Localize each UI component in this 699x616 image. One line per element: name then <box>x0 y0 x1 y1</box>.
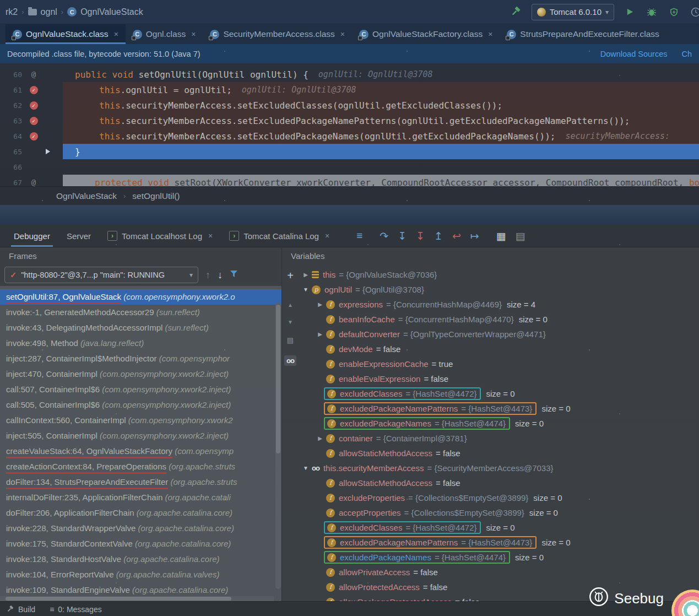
download-sources-link[interactable]: Download Sources <box>600 50 668 58</box>
stack-frame[interactable]: doFilter:206, ApplicationFilterChain (or… <box>0 505 281 521</box>
breadcrumb-class[interactable]: OgnlValueStack <box>56 191 117 201</box>
stack-frame[interactable]: invoke:43, DelegatingMethodAccessorImpl … <box>0 320 281 336</box>
step-out-icon[interactable]: ↥ <box>434 230 443 242</box>
scroll-down-icon[interactable]: ▼ <box>288 319 293 325</box>
close-icon[interactable]: × <box>208 231 213 240</box>
show-watches-icon[interactable]: oo <box>284 355 296 366</box>
expander-icon[interactable]: ▶ <box>315 331 325 337</box>
variable-row[interactable]: fallowStaticMethodAccess= false <box>299 475 699 490</box>
stack-frame[interactable]: invoke:-1, GeneratedMethodAccessor29 (su… <box>0 305 281 320</box>
stack-frame[interactable]: internalDoFilter:235, ApplicationFilterC… <box>0 490 281 505</box>
variable-row[interactable]: fexcludedClasses= {HashSet@4472}size = 0 <box>299 520 699 535</box>
code-editor[interactable]: 60@public void setOgnlUtil(OgnlUtil ognl… <box>0 63 699 186</box>
breakpoint-icon[interactable]: ✓ <box>25 86 42 94</box>
breakpoint-icon[interactable]: ✓ <box>25 101 42 110</box>
thread-selector[interactable]: ✓ "http-8080-2"@3,7...p "main": RUNNING … <box>4 267 198 283</box>
breadcrumb-item-ognl[interactable]: ognl <box>41 7 57 17</box>
debug-tab-tomcat-catalina-log[interactable]: ›Tomcat Catalina Log× <box>221 225 338 247</box>
stack-frame[interactable]: inject:505, ContainerImpl (com.opensymph… <box>0 428 281 444</box>
expander-icon[interactable]: ▼ <box>301 465 311 471</box>
variable-row[interactable]: fexcludedPackageNamePatterns= {HashSet@4… <box>299 535 699 550</box>
variable-row[interactable]: ▼oothis.securityMemberAccess= {SecurityM… <box>299 461 699 475</box>
variable-row[interactable]: ▼pognlUtil= {OgnlUtil@3708} <box>299 282 699 297</box>
editor-gutter[interactable]: 63✓ <box>0 113 63 128</box>
variable-row[interactable]: fexcludedPackageNames= {HashSet@4474}siz… <box>299 550 699 565</box>
editor-gutter[interactable]: 66 <box>0 159 63 175</box>
run-configuration-select[interactable]: Tomcat 6.0.10 ▾ <box>532 4 614 20</box>
variable-row[interactable]: ▶fdefaultConverter= {OgnlTypeConverterWr… <box>299 327 699 342</box>
step-over-icon[interactable]: ↷ <box>380 230 388 242</box>
stack-frame[interactable]: invoke:109, StandardEngineValve (org.apa… <box>0 582 281 598</box>
variable-row[interactable]: fbeanInfoCache= {ConcurrentHashMap@4470}… <box>299 312 699 327</box>
force-step-into-icon[interactable]: ↧ <box>416 230 425 242</box>
close-icon[interactable]: × <box>325 231 329 240</box>
expander-icon[interactable]: ▶ <box>315 435 325 441</box>
variable-row[interactable]: fallowStaticMethodAccess= false <box>299 446 699 461</box>
variable-row[interactable]: ▶fexpressions= {ConcurrentHashMap@4469}s… <box>299 297 699 312</box>
editor-gutter[interactable]: 65 <box>0 144 63 159</box>
variable-row[interactable]: fenableEvalExpression= false <box>299 371 699 386</box>
editor-tab[interactable]: COgnlValueStackFactory.class× <box>352 24 500 44</box>
close-icon[interactable]: × <box>488 30 492 39</box>
variable-row[interactable]: ▶this= {OgnlValueStack@7036} <box>299 267 699 282</box>
run-button[interactable] <box>623 6 636 19</box>
editor-gutter[interactable]: 64✓ <box>0 128 63 144</box>
frames-view-icon[interactable]: ▤ <box>287 336 294 344</box>
breadcrumb-item-class[interactable]: OgnlValueStack <box>80 7 143 17</box>
breadcrumb-method[interactable]: setOgnlUtil() <box>132 191 180 201</box>
stack-frame[interactable]: invoke:104, ErrorReportValve (org.apache… <box>0 567 281 582</box>
stack-frame[interactable]: inject:287, ContainerImpl$MethodInjector… <box>0 351 281 366</box>
frames-hscrollbar[interactable] <box>0 596 274 601</box>
build-hammer-icon[interactable] <box>510 6 523 19</box>
choose-sources-link[interactable]: Ch <box>681 50 692 58</box>
add-watch-icon[interactable]: + <box>287 269 294 282</box>
variable-row[interactable]: fexcludeProperties= {Collections$EmptySe… <box>299 490 699 505</box>
editor-gutter[interactable]: 67@ <box>0 175 63 186</box>
status-messages[interactable]: ≡ 0: Messages <box>50 605 102 614</box>
editor-tab[interactable]: CStrutsPrepareAndExecuteFilter.class <box>500 24 666 44</box>
run-to-cursor-icon[interactable]: ↦ <box>470 230 479 242</box>
editor-tab[interactable]: COgnl.class× <box>126 24 203 44</box>
filter-frames-icon[interactable] <box>230 270 238 280</box>
debug-tab-server[interactable]: Server <box>58 225 99 247</box>
evaluate-expression-icon[interactable]: ▦ <box>496 230 506 242</box>
expander-icon[interactable]: ▼ <box>301 287 311 293</box>
editor-gutter[interactable]: 60@ <box>0 67 63 82</box>
variable-row[interactable]: fdevMode= false <box>299 342 699 356</box>
status-build[interactable]: Build <box>7 605 35 614</box>
editor-gutter[interactable]: 61✓ <box>0 82 63 98</box>
stack-frame[interactable]: doFilter:134, StrutsPrepareAndExecuteFil… <box>0 474 281 490</box>
stack-frame[interactable]: callInContext:560, ContainerImpl (com.op… <box>0 413 281 428</box>
variable-row[interactable]: facceptProperties= {Collections$EmptySet… <box>299 505 699 520</box>
stack-frame[interactable]: invoke:228, StandardWrapperValve (org.ap… <box>0 521 281 536</box>
stack-frame[interactable]: call:505, ContainerImpl$6 (com.opensymph… <box>0 397 281 413</box>
stack-frame[interactable]: invoke:498, Method (java.lang.reflect) <box>0 336 281 351</box>
stack-frame[interactable]: setOgnlUtil:87, OgnlValueStack (com.open… <box>0 289 281 305</box>
frame-up-icon[interactable]: ↑ <box>205 269 210 281</box>
close-icon[interactable]: × <box>114 30 118 39</box>
breakpoint-icon[interactable]: ✓ <box>25 132 42 141</box>
debug-button[interactable] <box>645 6 658 19</box>
stack-frame[interactable]: createValueStack:64, OgnlValueStackFacto… <box>0 444 281 459</box>
editor-tab[interactable]: CSecurityMemberAccess.class× <box>203 24 352 44</box>
stack-frame[interactable]: call:507, ContainerImpl$6 (com.opensymph… <box>0 382 281 397</box>
stack-frame[interactable]: invoke:128, StandardHostValve (org.apach… <box>0 552 281 567</box>
restore-layout-icon[interactable]: ≡ <box>356 230 362 242</box>
variable-row[interactable]: fexcludedPackageNames= {HashSet@4474}siz… <box>299 416 699 431</box>
run-with-coverage-button[interactable] <box>667 6 680 19</box>
editor-gutter[interactable]: 62✓ <box>0 98 63 113</box>
close-icon[interactable]: × <box>191 30 196 39</box>
frames-scrollbar[interactable] <box>275 302 281 589</box>
breadcrumb-item-xwork2[interactable]: rk2 <box>6 7 18 17</box>
close-icon[interactable]: × <box>340 30 345 39</box>
debug-tab-debugger[interactable]: Debugger <box>6 225 58 247</box>
variable-row[interactable]: ▶fcontainer= {ContainerImpl@3781} <box>299 431 699 446</box>
stack-frame[interactable]: invoke:175, StandardContextValve (org.ap… <box>0 536 281 552</box>
drop-frame-icon[interactable]: ↩ <box>452 230 461 242</box>
frame-down-icon[interactable]: ↓ <box>218 269 223 281</box>
editor-tab[interactable]: COgnlValueStack.class× <box>6 24 126 44</box>
layout-settings-icon[interactable]: ▤ <box>516 230 525 242</box>
stack-frame[interactable]: inject:470, ContainerImpl (com.opensymph… <box>0 366 281 382</box>
variable-row[interactable]: fenableExpressionCache= true <box>299 356 699 371</box>
profiler-clock-icon[interactable] <box>689 6 699 19</box>
